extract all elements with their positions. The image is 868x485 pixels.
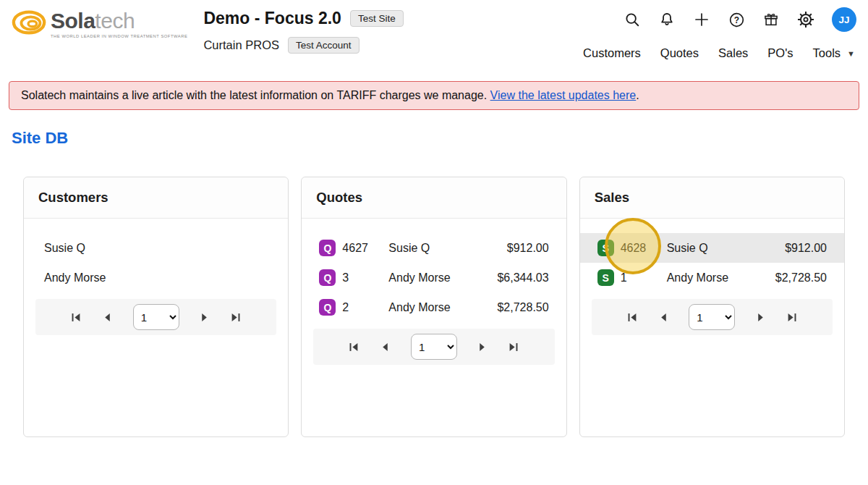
alert-suffix: . bbox=[636, 89, 639, 101]
sales-pagination: 1 bbox=[592, 299, 833, 335]
next-page-button[interactable] bbox=[754, 311, 766, 323]
last-page-button[interactable] bbox=[508, 341, 519, 353]
next-page-button[interactable] bbox=[199, 311, 210, 323]
customer-row[interactable]: Andy Morse bbox=[24, 263, 288, 292]
page-title: Site DB bbox=[12, 129, 868, 148]
sale-amount: $2,728.50 bbox=[775, 271, 827, 284]
sale-icon: S bbox=[597, 269, 614, 286]
main-nav: Customers Quotes Sales PO's Tools ▼ bbox=[583, 46, 856, 60]
chevron-down-icon: ▼ bbox=[847, 49, 855, 58]
sale-row-selected[interactable]: S 4628 Susie Q $912.00 bbox=[580, 233, 844, 263]
test-account-badge: Test Account bbox=[288, 37, 359, 54]
solatech-logo[interactable]: Solatech THE WORLD LEADER IN WINDOW TREA… bbox=[12, 7, 187, 41]
sale-row[interactable]: S 1 Andy Morse $2,728.50 bbox=[580, 263, 844, 292]
quote-row[interactable]: Q 4627 Susie Q $912.00 bbox=[302, 233, 566, 263]
page-select[interactable]: 1 bbox=[689, 304, 735, 330]
nav-item-sales[interactable]: Sales bbox=[718, 46, 748, 60]
quote-amount: $2,728.50 bbox=[497, 301, 548, 314]
prev-page-button[interactable] bbox=[658, 311, 669, 323]
quote-icon: Q bbox=[319, 269, 336, 286]
customer-name: Andy Morse bbox=[44, 271, 106, 284]
customers-card-title: Customers bbox=[24, 177, 288, 219]
notifications-icon[interactable] bbox=[658, 11, 676, 28]
last-page-button[interactable] bbox=[786, 311, 797, 323]
quote-id: 2 bbox=[342, 301, 383, 314]
nav-item-pos[interactable]: PO's bbox=[767, 46, 793, 60]
help-icon[interactable]: ? bbox=[728, 11, 745, 28]
solatech-swirl-icon bbox=[12, 7, 48, 41]
quote-amount: $912.00 bbox=[507, 242, 549, 255]
logo-text: Solatech THE WORLD LEADER IN WINDOW TREA… bbox=[51, 9, 187, 38]
app-screen: Solatech THE WORLD LEADER IN WINDOW TREA… bbox=[0, 0, 868, 485]
app-header: Solatech THE WORLD LEADER IN WINDOW TREA… bbox=[0, 0, 868, 72]
sales-card-title: Sales bbox=[580, 177, 844, 219]
brand-primary: Sola bbox=[51, 9, 95, 33]
nav-item-customers[interactable]: Customers bbox=[583, 46, 641, 60]
quotes-pagination: 1 bbox=[313, 329, 554, 365]
nav-item-quotes[interactable]: Quotes bbox=[660, 46, 699, 60]
logo-tagline: THE WORLD LEADER IN WINDOW TREATMENT SOF… bbox=[51, 34, 187, 38]
sale-customer: Andy Morse bbox=[667, 271, 770, 284]
quote-id: 3 bbox=[342, 271, 383, 284]
quotes-card-title: Quotes bbox=[302, 177, 566, 219]
customer-row[interactable]: Susie Q bbox=[24, 233, 288, 263]
first-page-button[interactable] bbox=[71, 311, 82, 323]
tariff-alert-banner: Solatech maintains a live article with t… bbox=[9, 81, 859, 110]
prev-page-button[interactable] bbox=[380, 341, 391, 353]
page-select[interactable]: 1 bbox=[411, 334, 457, 360]
page-select[interactable]: 1 bbox=[133, 304, 179, 330]
account-name: Curtain PROS bbox=[203, 38, 279, 52]
dashboard-cards: Customers Susie Q Andy Morse 1 Quote bbox=[23, 177, 845, 437]
next-page-button[interactable] bbox=[477, 341, 488, 353]
header-right: ? bbox=[583, 7, 856, 60]
sale-id: 1 bbox=[621, 271, 661, 284]
app-title: Demo - Focus 2.0 bbox=[203, 9, 341, 28]
brand-secondary: tech bbox=[95, 9, 135, 33]
first-page-button[interactable] bbox=[626, 311, 638, 323]
quote-row[interactable]: Q 2 Andy Morse $2,728.50 bbox=[302, 292, 566, 322]
svg-text:?: ? bbox=[733, 14, 739, 25]
alert-text: Solatech maintains a live article with t… bbox=[21, 89, 487, 101]
quote-icon: Q bbox=[319, 240, 336, 256]
alert-link[interactable]: View the latest updates here bbox=[490, 89, 637, 101]
gift-icon[interactable] bbox=[762, 11, 780, 28]
quote-row[interactable]: Q 3 Andy Morse $6,344.03 bbox=[302, 263, 566, 292]
settings-icon[interactable] bbox=[797, 11, 814, 28]
sale-amount: $912.00 bbox=[785, 242, 827, 255]
prev-page-button[interactable] bbox=[102, 311, 114, 323]
sale-customer: Susie Q bbox=[667, 242, 779, 255]
nav-item-tools-label: Tools bbox=[813, 46, 841, 60]
nav-item-tools[interactable]: Tools ▼ bbox=[813, 46, 855, 60]
customers-card: Customers Susie Q Andy Morse 1 bbox=[23, 177, 289, 437]
quote-customer: Andy Morse bbox=[388, 301, 491, 314]
user-avatar[interactable]: JJ bbox=[832, 7, 856, 32]
quote-customer: Andy Morse bbox=[388, 271, 491, 284]
sales-card: Sales S 4628 Susie Q $912.00 S 1 Andy Mo… bbox=[579, 177, 845, 437]
quotes-card: Quotes Q 4627 Susie Q $912.00 Q 3 Andy M… bbox=[301, 177, 566, 437]
search-icon[interactable] bbox=[624, 11, 641, 28]
customer-name: Susie Q bbox=[44, 242, 85, 255]
quote-customer: Susie Q bbox=[388, 242, 501, 255]
customers-pagination: 1 bbox=[35, 299, 276, 335]
quote-icon: Q bbox=[319, 299, 336, 316]
header-icon-row: ? bbox=[624, 7, 856, 32]
sale-id: 4628 bbox=[621, 242, 661, 255]
last-page-button[interactable] bbox=[230, 311, 242, 323]
sale-icon: S bbox=[597, 240, 614, 256]
quote-amount: $6,344.03 bbox=[497, 271, 548, 284]
add-icon[interactable] bbox=[693, 11, 710, 28]
first-page-button[interactable] bbox=[349, 341, 360, 353]
quote-id: 4627 bbox=[342, 242, 383, 255]
title-block: Demo - Focus 2.0 Test Site Curtain PROS … bbox=[203, 7, 403, 54]
test-site-badge: Test Site bbox=[350, 10, 404, 27]
